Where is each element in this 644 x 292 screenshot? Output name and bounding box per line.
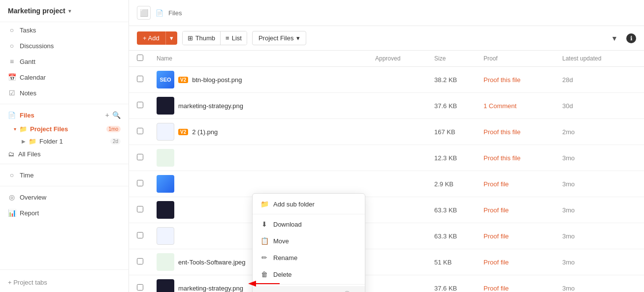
proof-cell[interactable]: Proof file <box>483 180 562 188</box>
file-name-cell: V2 2 (1).png <box>157 123 375 141</box>
search-file-icon[interactable]: 🔍 <box>112 111 121 119</box>
ctx-move-label: Move <box>273 237 289 245</box>
proof-cell[interactable]: 1 Comment <box>483 102 562 110</box>
row-checkbox[interactable] <box>137 206 157 214</box>
folder-1-name: Folder 1 <box>39 138 63 145</box>
proof-cell[interactable]: Proof file <box>483 206 562 214</box>
file-thumbnail <box>157 123 174 141</box>
project-chevron: ▾ <box>68 8 71 14</box>
file-name-text: marketing-strategy.png <box>178 285 243 292</box>
divider3 <box>0 186 129 186</box>
ctx-download[interactable]: ⬇ Download <box>253 216 365 233</box>
files-nav-item[interactable]: 📄 Files <box>8 112 34 119</box>
proof-cell[interactable]: Proof file <box>483 259 562 266</box>
select-all-checkbox[interactable] <box>137 55 143 61</box>
all-files-item[interactable]: 🗂 All Files <box>0 147 129 161</box>
add-button-label[interactable]: + Add <box>137 31 165 45</box>
divider <box>0 104 129 104</box>
info-icon[interactable]: ℹ <box>626 33 636 43</box>
ctx-rename[interactable]: ✏ Rename <box>253 249 365 266</box>
breadcrumb-separator: 📄 <box>156 9 163 17</box>
table-row: SEO V2 btn-blog-post.png 38.2 KB Proof t… <box>129 67 644 93</box>
sidebar-item-calendar[interactable]: 📅 Calendar <box>0 69 129 85</box>
folder-name: Project Files <box>30 125 68 133</box>
expand-icon: ▾ <box>14 126 16 132</box>
table-row: 12.3 KB Proof this file 3mo <box>129 145 644 171</box>
row-checkbox[interactable] <box>137 258 157 266</box>
file-thumbnail <box>157 253 174 271</box>
sidebar-item-time[interactable]: ○ Time <box>0 167 129 183</box>
filter-icon[interactable]: ▼ <box>608 31 621 45</box>
file-thumbnail <box>157 175 174 193</box>
file-name-text: ent-Tools-Software.jpeg <box>178 259 246 266</box>
file-thumbnail <box>157 227 174 245</box>
ctx-move[interactable]: 📋 Move <box>253 233 365 249</box>
add-button[interactable]: + Add ▾ <box>137 31 177 45</box>
sidebar-item-label: Gantt <box>20 58 35 65</box>
row-checkbox[interactable] <box>137 232 157 240</box>
proof-cell[interactable]: Proof file <box>483 233 562 240</box>
project-tabs-item[interactable]: + Project tabs <box>0 273 129 292</box>
sidebar-item-label: Time <box>20 172 33 179</box>
size-cell: 63.3 KB <box>434 233 483 240</box>
folder-label-left: ▾ 📁 Project Files <box>14 125 68 133</box>
sidebar-item-gantt[interactable]: ≡ Gantt <box>0 54 129 69</box>
updated-cell: 3mo <box>562 154 636 162</box>
folder-1-age: 2d <box>110 138 121 145</box>
add-caret[interactable]: ▾ <box>165 31 177 45</box>
project-header[interactable]: Marketing project ▾ <box>0 0 129 22</box>
project-name: Marketing project <box>8 7 65 15</box>
list-view-btn[interactable]: ≡ List <box>221 31 247 45</box>
file-thumbnail <box>157 279 174 292</box>
thumb-view-btn[interactable]: ⊞ ⊞ Thumb Thumb <box>183 31 221 45</box>
proof-cell[interactable]: Proof this file <box>483 154 562 162</box>
folder-age-badge: 1mo <box>106 126 121 132</box>
sidebar-item-label: Calendar <box>20 74 46 81</box>
file-thumbnail <box>157 201 174 219</box>
ctx-add-subfolder[interactable]: 📁 Add sub folder <box>253 196 365 212</box>
col-size-header: Size <box>434 55 483 62</box>
arrow-indicator <box>245 275 285 292</box>
col-checkbox <box>137 55 157 62</box>
folder-1[interactable]: ▶ 📁 Folder 1 2d <box>0 135 129 147</box>
row-checkbox[interactable] <box>137 284 157 292</box>
project-files-filter[interactable]: Project Files ▾ <box>252 31 307 45</box>
size-cell: 38.2 KB <box>434 76 483 84</box>
updated-cell: 3mo <box>562 180 636 188</box>
row-checkbox[interactable] <box>137 154 157 162</box>
divider4 <box>0 269 129 270</box>
main-content: ⬜ 📄 Files + Add ▾ ⊞ ⊞ Thumb Thumb ≡ List… <box>129 0 644 292</box>
proof-cell[interactable]: Proof this file <box>483 76 562 84</box>
sidebar-item-label: Notes <box>20 89 36 97</box>
proof-cell[interactable]: Proof file <box>483 285 562 292</box>
col-proof-header: Proof <box>483 55 562 62</box>
sidebar-item-notes[interactable]: ☑ Notes <box>0 85 129 101</box>
version-badge: V2 <box>178 129 188 135</box>
ctx-download-label: Download <box>273 221 302 228</box>
updated-cell: 30d <box>562 102 636 110</box>
overview-icon: ◎ <box>8 193 16 201</box>
row-checkbox[interactable] <box>137 76 157 84</box>
sidebar-item-overview[interactable]: ◎ Overview <box>0 189 129 205</box>
proof-cell[interactable]: Proof this file <box>483 128 562 136</box>
updated-cell: 3mo <box>562 206 636 214</box>
table-row: ent-Tools-Software.jpeg 51 KB Proof file… <box>129 249 644 275</box>
files-header: 📄 Files + 🔍 <box>0 107 129 123</box>
sidebar-bottom: + Project tabs <box>0 266 129 292</box>
folder-icon: 📁 <box>19 125 27 133</box>
file-thumbnail <box>157 97 174 115</box>
sidebar-toggle-btn[interactable]: ⬜ <box>137 6 151 20</box>
row-checkbox[interactable] <box>137 180 157 188</box>
row-checkbox[interactable] <box>137 102 157 110</box>
project-files-folder[interactable]: ▾ 📁 Project Files 1mo <box>0 123 129 135</box>
sidebar-item-discussions[interactable]: ○ Discussions <box>0 38 129 54</box>
size-cell: 37.6 KB <box>434 102 483 110</box>
add-file-icon[interactable]: + <box>105 111 109 119</box>
updated-cell: 3mo <box>562 285 636 292</box>
file-thumbnail <box>157 149 174 167</box>
row-checkbox[interactable] <box>137 128 157 136</box>
all-files-icon: 🗂 <box>8 150 14 158</box>
sidebar-item-report[interactable]: 📊 Report <box>0 205 129 221</box>
sidebar-item-tasks[interactable]: ○ Tasks <box>0 22 129 38</box>
time-icon: ○ <box>8 171 16 179</box>
